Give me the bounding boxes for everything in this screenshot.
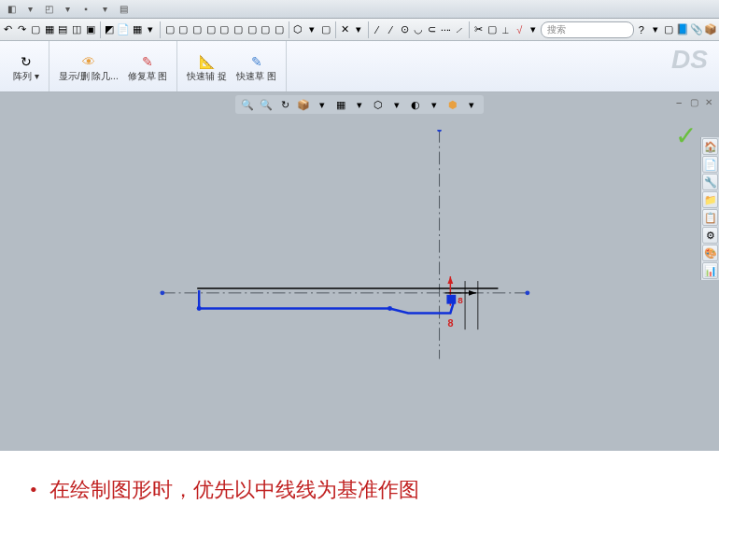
sketch-area[interactable]: 8 8 xyxy=(37,130,691,441)
dropdown-icon[interactable]: ▾ xyxy=(351,96,368,113)
zoom-area-button[interactable]: 🔍 xyxy=(258,96,275,113)
repair-sketch-button[interactable]: ✎ 修复草 图 xyxy=(124,50,172,83)
circle-tool[interactable]: ⊙ xyxy=(399,21,412,39)
tool-3-0[interactable]: ⬡ xyxy=(292,21,305,39)
render-button[interactable]: ⬢ xyxy=(444,96,461,113)
menu-item-6[interactable]: ▤ xyxy=(116,2,131,17)
tool-4-1[interactable]: ▾ xyxy=(352,21,365,39)
tool-2-0[interactable]: ▢ xyxy=(163,21,176,39)
tool-6-4[interactable]: ▾ xyxy=(527,21,540,39)
menu-item-5[interactable]: ▾ xyxy=(97,2,112,17)
pattern-icon: ↻ xyxy=(17,52,35,71)
tool-5-4[interactable]: ⊂ xyxy=(426,21,439,39)
design-library-tab[interactable]: 🔧 xyxy=(702,174,718,190)
tool-6-2[interactable]: ⟂ xyxy=(500,21,513,39)
tool-0-5[interactable]: ◫ xyxy=(70,21,83,39)
tool-1-1[interactable]: 📄 xyxy=(117,21,130,39)
redo-button[interactable]: ↷ xyxy=(16,21,29,39)
menu-item-3[interactable]: ▾ xyxy=(60,2,75,17)
quick-sketch-button[interactable]: ✎ 快速草 图 xyxy=(233,50,280,83)
tool-1-2[interactable]: ▦ xyxy=(131,21,144,39)
close-button[interactable]: ✕ xyxy=(702,95,715,108)
tool-7-1[interactable]: ▾ xyxy=(649,21,662,39)
tool-2-4[interactable]: ▢ xyxy=(218,21,232,39)
help-button[interactable]: ? xyxy=(635,21,648,39)
tool-0-3[interactable]: ▦ xyxy=(43,21,56,39)
dimension-value[interactable]: 8 xyxy=(447,317,453,329)
section-button[interactable]: ⬡ xyxy=(370,96,387,113)
dropdown-icon[interactable]: ▾ xyxy=(388,96,405,113)
tool-0-4[interactable]: ▤ xyxy=(57,21,70,39)
display-delete-button[interactable]: 👁 显示/删 除几... xyxy=(55,50,122,83)
file-explorer-tab[interactable]: 📁 xyxy=(702,191,718,208)
main-toolbar: ↶ ↷ ▢ ▦ ▤ ◫ ▣ ◩ 📄 ▦ ▾ ▢ ▢ ▢ ▢ ▢ ▢ ▢ ▢ ▢ … xyxy=(0,19,719,41)
appearance-button[interactable]: ◐ xyxy=(407,96,424,113)
quick-snap-button[interactable]: 📐 快速辅 捉 xyxy=(183,50,231,83)
relation-icon[interactable] xyxy=(446,295,456,304)
dropdown-icon[interactable]: ▾ xyxy=(426,96,443,113)
resources-tab[interactable]: 📄 xyxy=(702,156,718,173)
endpoint[interactable] xyxy=(388,306,392,311)
custom-props-tab[interactable]: 🎨 xyxy=(702,245,718,261)
separator xyxy=(335,21,336,38)
sketch-icon: ✎ xyxy=(247,52,266,71)
dropdown-icon[interactable]: ▾ xyxy=(314,96,331,113)
endpoint[interactable] xyxy=(525,290,529,295)
tool-2-1[interactable]: ▢ xyxy=(177,21,190,39)
menu-item-2[interactable]: ◰ xyxy=(41,2,56,17)
tool-2-8[interactable]: ▢ xyxy=(273,21,286,39)
search-input[interactable]: 搜索 xyxy=(541,21,634,38)
arrow-icon xyxy=(469,290,476,296)
toolbox-tab[interactable]: 📊 xyxy=(702,262,718,279)
pattern-button[interactable]: ↻ 阵列 ▾ xyxy=(9,50,43,83)
display-mode-button[interactable]: ▦ xyxy=(332,96,349,113)
arrow-icon xyxy=(447,276,453,284)
rotate-button[interactable]: ↻ xyxy=(276,96,293,113)
tool-3-2[interactable]: ▢ xyxy=(319,21,332,39)
menu-item-0[interactable]: ◧ xyxy=(4,2,19,17)
tool-1-3[interactable]: ▾ xyxy=(145,21,158,39)
endpoint[interactable] xyxy=(437,130,442,132)
separator xyxy=(289,21,289,38)
tool-2-2[interactable]: ▢ xyxy=(190,21,204,39)
endpoint[interactable] xyxy=(160,290,164,295)
menu-item-4[interactable]: ▪ xyxy=(78,2,93,17)
maximize-button[interactable]: ▢ xyxy=(687,95,700,108)
menu-bar: ◧ ▾ ◰ ▾ ▪ ▾ ▤ xyxy=(0,0,719,19)
profile-line[interactable] xyxy=(199,290,454,314)
home-tab[interactable]: 🏠 xyxy=(702,138,718,155)
tool-2-5[interactable]: ▢ xyxy=(232,21,245,39)
trim-tool[interactable]: ✂ xyxy=(472,21,485,39)
minimize-button[interactable]: ‒ xyxy=(672,95,685,108)
tool-1-0[interactable]: ◩ xyxy=(103,21,116,39)
tool-7-4[interactable]: 📎 xyxy=(690,21,703,39)
caption-text: 在绘制图形时，优先以中线线为基准作图 xyxy=(49,478,419,501)
tool-0-2[interactable]: ▢ xyxy=(29,21,42,39)
tool-6-3[interactable]: √ xyxy=(513,21,526,39)
undo-button[interactable]: ↶ xyxy=(2,21,15,39)
tool-6-1[interactable]: ▢ xyxy=(486,21,499,39)
tool-2-7[interactable]: ▢ xyxy=(260,21,273,39)
sketch-viewport[interactable]: 🔍 🔍 ↻ 📦 ▾ ▦ ▾ ⬡ ▾ ◐ ▾ ⬢ ▾ ‒ ▢ ✕ ✓ 🏠 📄 🔧 … xyxy=(0,92,719,451)
tool-2-3[interactable]: ▢ xyxy=(204,21,218,39)
tool-2-6[interactable]: ▢ xyxy=(246,21,259,39)
tool-5-5[interactable]: ᠁ xyxy=(439,21,452,39)
appearances-tab[interactable]: ⚙ xyxy=(702,227,718,244)
endpoint[interactable] xyxy=(197,306,202,311)
zoom-fit-button[interactable]: 🔍 xyxy=(239,96,256,113)
dropdown-icon[interactable]: ▾ xyxy=(463,96,480,113)
tool-5-1[interactable]: ∕ xyxy=(385,21,398,39)
tool-3-1[interactable]: ▾ xyxy=(305,21,318,39)
dimension-value-2[interactable]: 8 xyxy=(458,295,463,305)
view-cube-button[interactable]: 📦 xyxy=(295,96,312,113)
view-palette-tab[interactable]: 📋 xyxy=(702,209,718,226)
tool-4-0[interactable]: ✕ xyxy=(338,21,351,39)
tool-5-6[interactable]: ⟋ xyxy=(453,21,466,39)
arc-tool[interactable]: ◡ xyxy=(412,21,425,39)
line-tool[interactable]: ∕ xyxy=(371,21,384,39)
tool-7-5[interactable]: 📦 xyxy=(704,21,717,39)
menu-item-1[interactable]: ▾ xyxy=(22,2,37,17)
tool-0-6[interactable]: ▣ xyxy=(84,21,97,39)
tool-7-3[interactable]: 📘 xyxy=(676,21,689,39)
tool-7-2[interactable]: ▢ xyxy=(662,21,675,39)
